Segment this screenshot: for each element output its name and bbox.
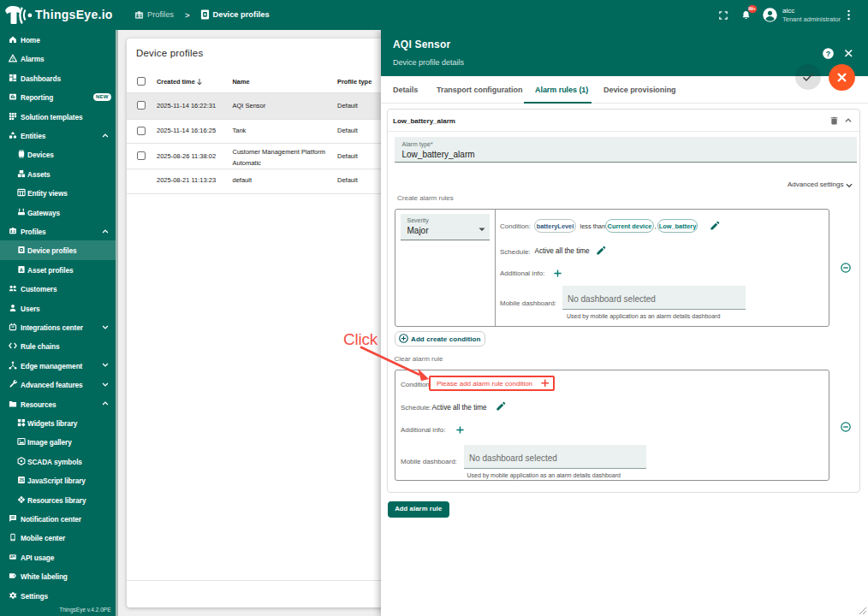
- svg-text:API: API: [9, 555, 15, 559]
- svg-text:?: ?: [825, 49, 829, 57]
- svg-text:JS: JS: [18, 477, 24, 483]
